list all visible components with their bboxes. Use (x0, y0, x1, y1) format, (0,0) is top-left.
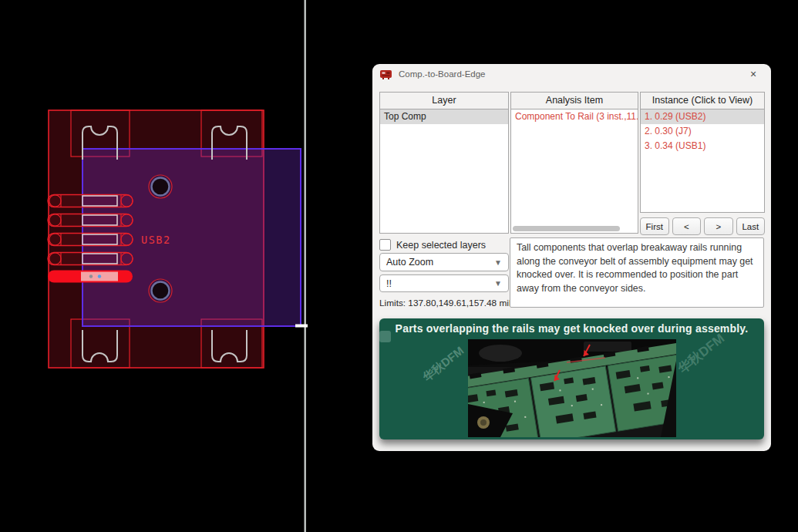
component-ref-label: USB2 (141, 234, 171, 246)
chevron-down-icon: ▼ (494, 258, 502, 267)
pcb-canvas[interactable]: USB2 (0, 0, 339, 532)
watermark: 华秋DFM (674, 330, 728, 378)
keep-layers-checkbox[interactable] (379, 239, 391, 251)
watermark: 华秋DFM (420, 344, 467, 385)
horizontal-scrollbar[interactable] (513, 226, 620, 231)
instance-list[interactable]: 1. 0.29 (USB2) 2. 0.30 (J7) 3. 0.34 (USB… (641, 109, 764, 212)
next-button[interactable]: > (704, 217, 733, 235)
instance-column-header: Instance (Click to View) (641, 93, 764, 109)
dialog-titlebar[interactable]: Comp.-to-Board-Edge × (372, 64, 771, 83)
pane-divider[interactable] (305, 0, 306, 532)
instance-nav: First < > Last (640, 217, 765, 235)
app-icon (380, 69, 392, 79)
board-edge-marker (295, 325, 308, 328)
analysis-list-item[interactable]: Component To Rail (3 inst.,11.42 (511, 109, 638, 124)
violation-pin-highlight[interactable] (48, 271, 133, 283)
illustration-photo (468, 339, 676, 437)
keep-layers-row: Keep selected layers (379, 239, 486, 251)
severity-select-value: !! (386, 278, 494, 289)
instance-list-item[interactable]: 3. 0.34 (USB1) (641, 139, 764, 153)
rule-description: Tall components that overlap breakaway r… (510, 237, 764, 308)
zoom-select[interactable]: Auto Zoom ▼ (379, 253, 509, 271)
instance-list-item[interactable]: 2. 0.30 (J7) (641, 124, 764, 139)
layer-list[interactable]: Top Comp (380, 109, 508, 233)
severity-select[interactable]: !! ▼ (379, 274, 509, 292)
close-button[interactable]: × (743, 69, 763, 79)
last-button[interactable]: Last (736, 217, 766, 235)
layer-column-header: Layer (380, 93, 508, 109)
first-button[interactable]: First (640, 217, 669, 235)
zoom-select-value: Auto Zoom (386, 257, 494, 268)
chevron-down-icon: ▼ (494, 279, 502, 288)
analysis-column: Analysis Item Component To Rail (3 inst.… (510, 92, 638, 234)
illustration-panel: Parts overlapping the rails may get knoc… (379, 318, 764, 439)
illustration-caption: Parts overlapping the rails may get knoc… (379, 322, 764, 335)
instance-column: Instance (Click to View) 1. 0.29 (USB2) … (640, 92, 765, 213)
layer-column: Layer Top Comp (379, 92, 509, 234)
instance-list-item[interactable]: 1. 0.29 (USB2) (641, 109, 764, 124)
screen: USB2 Comp.-to-Board-Edge × Layer (0, 0, 798, 532)
analysis-column-header: Analysis Item (511, 93, 638, 109)
limits-text: Limits: 137.80,149.61,157.48 mil (379, 298, 511, 308)
dialog-title: Comp.-to-Board-Edge (399, 69, 743, 79)
prev-button[interactable]: < (672, 217, 702, 235)
dfm-dialog: Comp.-to-Board-Edge × Layer Top Comp Ana… (372, 64, 771, 451)
analysis-list[interactable]: Component To Rail (3 inst.,11.42 (511, 109, 638, 233)
keep-layers-label: Keep selected layers (396, 240, 486, 251)
layer-list-item[interactable]: Top Comp (380, 109, 508, 124)
